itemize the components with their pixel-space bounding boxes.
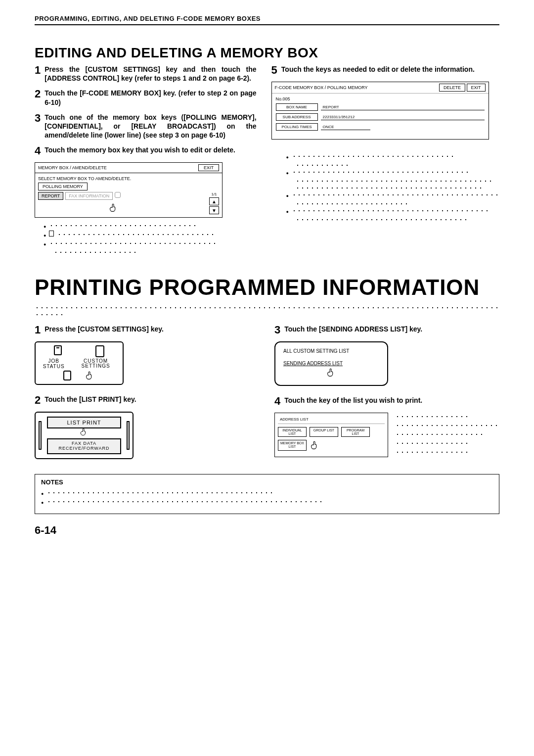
figure-memory-box-amend: MEMORY BOX / AMEND/DELETE EXIT SELECT ME… xyxy=(35,162,222,218)
step-number: 1 xyxy=(35,65,41,76)
step-text: Touch the [F-CODE MEMORY BOX] key. (refe… xyxy=(44,89,256,106)
step-5: 5 Touch the keys as needed to edit or de… xyxy=(271,65,499,76)
key-icon xyxy=(63,371,71,380)
list-print-panel: LIST PRINT FAX DATA RECEIVE/FORWARD xyxy=(35,412,134,459)
subaddress-value: 22233311/351212 xyxy=(321,114,485,120)
exit-button[interactable]: EXIT xyxy=(467,84,486,92)
report-button[interactable]: REPORT xyxy=(38,192,63,200)
memory-box-list-button[interactable]: MEMORY BOX LIST xyxy=(278,440,307,451)
step-text: Touch one of the memory box keys ([POLLI… xyxy=(44,113,256,140)
figure-header: F-CODE MEMORY BOX / POLLING MEMORY xyxy=(275,85,368,90)
step-text: Touch the memory box key that you wish t… xyxy=(44,145,256,154)
page-header: PROGRAMMING, EDITING, AND DELETING F-COD… xyxy=(35,15,499,25)
bullet-icon xyxy=(286,152,289,159)
bullet-list-step4 xyxy=(44,222,257,253)
bullet-icon xyxy=(41,489,44,496)
job-status-label: JOB STATUS xyxy=(39,358,69,369)
side-dotted-text xyxy=(395,413,499,457)
notes-box: NOTES xyxy=(35,474,499,514)
bullet-icon xyxy=(41,498,44,505)
tab-polling-memory[interactable]: POLLING MEMORY xyxy=(38,183,88,190)
bullet-icon xyxy=(286,168,289,175)
touch-hand-icon xyxy=(85,370,95,381)
address-list-label: ADDRESS LIST xyxy=(278,416,385,424)
custom-settings-panel: JOB STATUS CUSTOM SETTINGS xyxy=(35,341,124,385)
down-arrow-button[interactable]: ▼ xyxy=(209,206,219,214)
step-number: 3 xyxy=(35,113,41,124)
bullet-icon xyxy=(44,222,46,229)
delete-button[interactable]: DELETE xyxy=(439,84,465,92)
section-title-printing: PRINTING PROGRAMMED INFORMATION xyxy=(35,275,499,300)
notes-title: NOTES xyxy=(41,478,493,486)
step-number: 5 xyxy=(271,65,277,76)
subaddress-label-button[interactable]: SUB ADDRESS xyxy=(276,113,318,121)
touch-hand-icon xyxy=(326,367,337,378)
bullet-icon xyxy=(286,191,289,198)
step-text: Touch the keys as needed to edit or dele… xyxy=(281,65,499,74)
bullet-icon xyxy=(44,239,46,246)
step-text: Press the [CUSTOM SETTINGS] key. xyxy=(44,325,260,333)
step-number: 4 xyxy=(274,396,280,407)
step-text: Touch the key of the list you wish to pr… xyxy=(284,396,499,405)
print-step-2: 2 Touch the [LIST PRINT] key. xyxy=(35,395,260,406)
touch-hand-icon xyxy=(79,426,89,437)
address-list-figure: ADDRESS LIST INDIVIDUAL LIST GROUP LIST … xyxy=(274,413,388,457)
bullet-icon xyxy=(286,207,289,214)
step-4: 4 Touch the memory box key that you wish… xyxy=(35,145,257,156)
step-number: 2 xyxy=(35,89,41,99)
doc-icon xyxy=(49,231,54,236)
sending-address-figure: ALL CUSTOM SETTING LIST SENDING ADDRESS … xyxy=(274,341,388,386)
step-number: 4 xyxy=(35,145,41,156)
step-number: 2 xyxy=(35,395,41,406)
custom-settings-label: CUSTOM SETTINGS xyxy=(72,359,120,369)
boxname-value: REPORT xyxy=(321,104,485,110)
box-number: No.005 xyxy=(276,96,485,101)
step-text: Touch the [SENDING ADDRESS LIST] key. xyxy=(284,325,499,333)
sending-address-list-label[interactable]: SENDING ADDRESS LIST xyxy=(283,361,379,366)
touch-hand-icon xyxy=(108,202,119,213)
figure-title: MEMORY BOX / AMEND/DELETE xyxy=(38,165,107,170)
exit-button[interactable]: EXIT xyxy=(198,164,219,171)
fax-information-button[interactable]: FAX INFORMATION xyxy=(65,192,113,200)
page-indicator: 1/1 xyxy=(209,192,219,196)
polling-times-value: ONCE xyxy=(321,124,370,130)
boxname-label-button[interactable]: BOX NAME xyxy=(276,103,318,111)
program-list-button[interactable]: PROGRAM LIST xyxy=(341,427,370,437)
print-step-3: 3 Touch the [SENDING ADDRESS LIST] key. xyxy=(274,325,499,335)
figure-fcode-polling: F-CODE MEMORY BOX / POLLING MEMORY DELET… xyxy=(271,82,489,140)
polling-times-label-button[interactable]: POLLING TIMES xyxy=(276,123,318,131)
bullet-list-step5 xyxy=(286,152,499,221)
custom-settings-key-icon[interactable] xyxy=(95,345,104,357)
section-title-edit-delete: EDITING AND DELETING A MEMORY BOX xyxy=(35,45,499,61)
intro-dotted-text xyxy=(35,303,499,317)
step-number: 3 xyxy=(274,325,280,335)
step-3: 3 Touch one of the memory box keys ([POL… xyxy=(35,113,257,140)
group-list-button[interactable]: GROUP LIST xyxy=(310,427,338,437)
touch-hand-icon xyxy=(310,440,320,451)
fax-data-receive-button[interactable]: FAX DATA RECEIVE/FORWARD xyxy=(47,438,121,454)
print-step-4: 4 Touch the key of the list you wish to … xyxy=(274,396,499,407)
step-1: 1 Press the [CUSTOM SETTINGS] key and th… xyxy=(35,65,257,83)
print-step-1: 1 Press the [CUSTOM SETTINGS] key. xyxy=(35,325,260,335)
up-arrow-button[interactable]: ▲ xyxy=(209,197,219,205)
step-text: Press the [CUSTOM SETTINGS] key and then… xyxy=(44,65,256,83)
bullet-icon xyxy=(44,231,46,237)
individual-list-button[interactable]: INDIVIDUAL LIST xyxy=(278,427,307,437)
all-custom-setting-label: ALL CUSTOM SETTING LIST xyxy=(283,348,379,354)
circular-icon xyxy=(115,192,121,198)
figure-subtitle: SELECT MEMORY BOX TO AMEND/DELETE. xyxy=(38,176,219,181)
step-text: Touch the [LIST PRINT] key. xyxy=(44,395,260,404)
doc-icon xyxy=(54,345,62,355)
page-number: 6-14 xyxy=(35,524,499,537)
step-2: 2 Touch the [F-CODE MEMORY BOX] key. (re… xyxy=(35,89,257,106)
step-number: 1 xyxy=(35,325,41,335)
